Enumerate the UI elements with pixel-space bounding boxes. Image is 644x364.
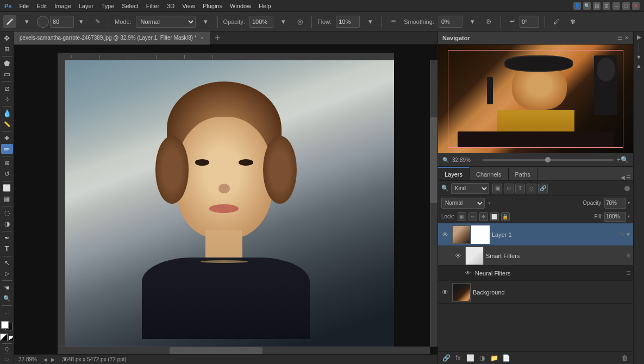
- blend-mode-select[interactable]: Normal Multiply Screen: [441, 198, 485, 209]
- fill-value-arrow[interactable]: ▾: [628, 214, 630, 219]
- strip-btn-1[interactable]: ▶: [637, 34, 641, 41]
- brush-toggle-icon[interactable]: ✎: [91, 16, 103, 28]
- healing-tool[interactable]: ✚: [1, 134, 13, 143]
- navigator-menu-icon[interactable]: ☰: [617, 35, 622, 41]
- smart-filters-visibility[interactable]: 👁: [453, 251, 463, 261]
- neural-filters-menu-icon[interactable]: ☰: [626, 270, 631, 276]
- menu-select[interactable]: Select: [122, 3, 139, 9]
- lock-image-btn[interactable]: ✏: [468, 212, 477, 221]
- menu-type[interactable]: Type: [101, 3, 114, 9]
- pen-tool[interactable]: ✒: [1, 233, 13, 243]
- navigator-collapse-icon[interactable]: ✕: [624, 35, 629, 41]
- screen-mode-icon[interactable]: ▭: [4, 356, 9, 362]
- settings-icon[interactable]: ⚙: [483, 16, 495, 28]
- arrange-icon[interactable]: ⊞: [603, 2, 610, 10]
- menu-file[interactable]: File: [19, 3, 29, 9]
- menu-window[interactable]: Window: [230, 3, 251, 9]
- menu-layer[interactable]: Layer: [79, 3, 94, 9]
- shape-tool[interactable]: ▷: [1, 269, 13, 279]
- quick-mask-icon[interactable]: Q: [5, 346, 9, 352]
- brush-size-preview[interactable]: [37, 16, 49, 28]
- sample-icon[interactable]: 🖊: [551, 16, 562, 28]
- brush-size-input[interactable]: 80: [50, 16, 74, 28]
- layer-new-btn[interactable]: 📄: [501, 353, 511, 363]
- h-scrollbar-thumb[interactable]: [170, 347, 262, 354]
- layer-group-btn[interactable]: 📁: [489, 353, 499, 363]
- new-tab-btn[interactable]: +: [210, 32, 225, 45]
- layer-delete-btn[interactable]: 🗑: [620, 353, 630, 363]
- menu-image[interactable]: Image: [54, 3, 71, 9]
- zoom-tool[interactable]: 🔍: [1, 294, 13, 304]
- canvas-tab-close[interactable]: ✕: [200, 35, 204, 41]
- close-button[interactable]: ✕: [632, 2, 640, 10]
- layer1-expand[interactable]: ▼: [626, 231, 631, 237]
- lock-position-btn[interactable]: ✥: [479, 212, 488, 221]
- photo-canvas[interactable]: [58, 53, 394, 354]
- crop-tool[interactable]: ⧄: [1, 84, 13, 93]
- layer-link-btn[interactable]: 🔗: [441, 353, 451, 363]
- filter-pixel-btn[interactable]: ▣: [492, 184, 502, 193]
- opacity-input[interactable]: [249, 16, 273, 28]
- menu-filter[interactable]: Filter: [146, 3, 159, 9]
- filter-smart-btn[interactable]: 🔗: [538, 184, 548, 193]
- smooth-icon[interactable]: ✏: [387, 16, 399, 28]
- brush-size-arrow[interactable]: ▾: [75, 16, 87, 28]
- eyedropper-tool[interactable]: 💧: [1, 109, 13, 118]
- zoom-slider-thumb[interactable]: [545, 157, 551, 162]
- blur-tool[interactable]: ◌: [1, 208, 13, 218]
- zoom-slider[interactable]: [483, 159, 614, 161]
- airbrush-icon[interactable]: ◎: [294, 16, 306, 28]
- opacity-arrow[interactable]: ▾: [278, 16, 290, 28]
- brush-tool[interactable]: ✏: [1, 144, 13, 154]
- menu-help[interactable]: Help: [259, 3, 271, 9]
- eraser-tool[interactable]: ⬜: [1, 184, 13, 193]
- menu-3d[interactable]: 3D: [167, 3, 174, 9]
- move-tool[interactable]: ✥: [1, 34, 13, 43]
- blend-mode-arrow[interactable]: ▾: [488, 200, 491, 206]
- mode-arrow[interactable]: ▾: [200, 16, 212, 28]
- canvas-content[interactable]: | | | | | | |: [14, 45, 437, 354]
- slice-tool[interactable]: ⊹: [1, 94, 13, 104]
- text-tool[interactable]: T: [1, 244, 13, 254]
- filter-kind-select[interactable]: Kind Name Effect: [451, 183, 489, 194]
- maximize-button[interactable]: □: [622, 2, 630, 10]
- vertical-scrollbar[interactable]: [430, 60, 437, 347]
- zoom-out-icon[interactable]: 🔍: [442, 157, 449, 163]
- extra-icon[interactable]: ✾: [567, 16, 579, 28]
- hand-tool[interactable]: ☚: [1, 283, 13, 293]
- minimize-button[interactable]: ─: [612, 2, 620, 10]
- lock-transparent-btn[interactable]: ▣: [458, 212, 466, 221]
- filter-adj-btn[interactable]: ⊙: [504, 184, 514, 193]
- neural-filters-visibility[interactable]: 👁: [463, 268, 473, 278]
- layer-adjustment-btn[interactable]: ◑: [477, 353, 487, 363]
- prev-canvas-btn[interactable]: ◀: [42, 356, 49, 363]
- default-colors-icon[interactable]: [0, 334, 8, 341]
- artboard-tool[interactable]: ⊞: [1, 45, 13, 54]
- smoothing-input[interactable]: [439, 16, 462, 28]
- opacity-value-arrow[interactable]: ▾: [628, 200, 630, 205]
- layer-item-background[interactable]: 👁 Background: [438, 281, 633, 304]
- fill-value-input[interactable]: 100%: [604, 212, 626, 222]
- dodge-tool[interactable]: ◑: [1, 219, 13, 229]
- swap-colors-icon[interactable]: [9, 336, 14, 341]
- lock-all-btn[interactable]: 🔒: [501, 212, 510, 221]
- tool-preset-btn[interactable]: ▾: [21, 16, 33, 28]
- search-icon[interactable]: 🔍: [583, 2, 591, 10]
- rotate-canvas-icon[interactable]: ↩: [507, 16, 518, 28]
- opacity-value-input[interactable]: 70%: [604, 198, 626, 209]
- layer-item-neural-filters[interactable]: 👁 Neural Filters ☰: [438, 266, 633, 281]
- smoothing-arrow[interactable]: ▾: [467, 16, 479, 28]
- rotation-input[interactable]: [520, 16, 539, 28]
- lock-artboard-btn[interactable]: ⬜: [490, 212, 499, 221]
- color-swatches[interactable]: [1, 321, 13, 331]
- zoom-in-icon[interactable]: +🔍: [617, 156, 629, 164]
- background-visibility[interactable]: 👁: [440, 287, 450, 297]
- extra-tools[interactable]: ···: [1, 308, 13, 318]
- history-brush[interactable]: ↺: [1, 169, 13, 179]
- marquee-tool[interactable]: ▭: [1, 69, 13, 79]
- tab-paths[interactable]: Paths: [509, 167, 537, 180]
- canvas-tab-main[interactable]: pexels-samantha-garrote-2467389.jpg @ 32…: [14, 32, 210, 45]
- workspace-icon[interactable]: ▤: [593, 2, 601, 10]
- smart-filters-settings-icon[interactable]: ⚙: [626, 253, 631, 259]
- menu-view[interactable]: View: [182, 3, 195, 9]
